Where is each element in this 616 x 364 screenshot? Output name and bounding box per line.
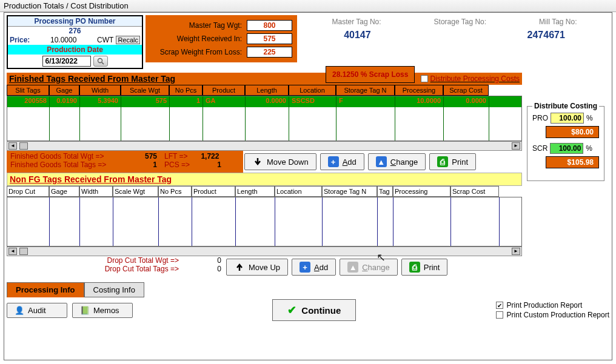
- finished-totals-panel: Finished Goods Total Wgt => 575 LFT => 1…: [7, 151, 243, 173]
- column-header[interactable]: Width: [79, 85, 121, 96]
- weight-received-label: Weight Received In:: [150, 35, 242, 43]
- column-header[interactable]: Processing: [395, 85, 443, 96]
- arrow-up-icon: [234, 262, 245, 273]
- magnifier-icon: [97, 58, 104, 65]
- cell[interactable]: F: [336, 96, 395, 107]
- column-header[interactable]: Gage: [49, 85, 79, 96]
- scroll-left-button[interactable]: ◄: [8, 248, 17, 255]
- po-panel: Processing PO Number 276 Price: 10.0000 …: [7, 15, 143, 69]
- mill-tag-no-value: 2474671: [527, 30, 565, 41]
- move-up-label: Move Up: [249, 263, 280, 272]
- add-button-2[interactable]: + Add: [292, 259, 336, 276]
- change-button[interactable]: ▲ Change: [368, 153, 426, 170]
- column-header[interactable]: Tag: [377, 186, 393, 197]
- column-header[interactable]: Length: [235, 186, 275, 197]
- cell[interactable]: 0.0000: [444, 96, 489, 107]
- cell[interactable]: 0.0190: [50, 96, 80, 107]
- column-header[interactable]: Product: [203, 85, 245, 96]
- move-down-button[interactable]: Move Down: [244, 153, 316, 170]
- scr-pct-input[interactable]: 100.00: [550, 143, 583, 154]
- date-lookup-button[interactable]: [93, 56, 108, 67]
- column-header[interactable]: Scrap Cost: [450, 186, 499, 197]
- move-up-button[interactable]: Move Up: [226, 259, 288, 276]
- cell[interactable]: 5.3940: [80, 96, 121, 107]
- column-header[interactable]: Processing: [393, 186, 450, 197]
- fg-total-wgt-label: Finished Goods Total Wgt =>: [10, 152, 126, 160]
- scroll-thumb[interactable]: [19, 142, 28, 150]
- finished-tags-header: Finished Tags Received From Master Tag D…: [7, 73, 522, 85]
- pct-label: %: [586, 114, 593, 122]
- po-number: 276: [8, 27, 142, 35]
- add-button[interactable]: + Add: [320, 153, 364, 170]
- print-button[interactable]: ⎙ Print: [429, 153, 476, 170]
- print-custom-report-label: Print Custom Production Report: [507, 311, 609, 319]
- column-header[interactable]: Gage: [49, 186, 79, 197]
- person-icon: 👤: [15, 306, 24, 315]
- price-label: Price:: [10, 36, 30, 44]
- cell[interactable]: 200558: [7, 96, 50, 107]
- column-header[interactable]: Storage Tag N: [322, 186, 377, 197]
- column-header[interactable]: Location: [289, 85, 336, 96]
- finished-tags-grid[interactable]: 2005580.01905.39405751GA0.0000SSCSDF10.0…: [7, 96, 522, 141]
- checkbox-icon: ✔: [496, 302, 503, 309]
- plus-icon: +: [300, 262, 310, 273]
- cell[interactable]: 10.0000: [395, 96, 444, 107]
- continue-button[interactable]: ✔ Continue: [272, 299, 356, 321]
- column-header[interactable]: Length: [245, 85, 289, 96]
- cell[interactable]: 1: [170, 96, 203, 107]
- fg-pcs-value: 1: [197, 160, 221, 169]
- weights-panel: Master Tag Wgt:800 Weight Received In:57…: [146, 15, 297, 62]
- column-header[interactable]: Location: [275, 186, 322, 197]
- distribute-costs-checkbox[interactable]: Distribute Processing Costs: [421, 74, 520, 83]
- column-header[interactable]: No Pcs: [158, 186, 192, 197]
- scrap-weight-label: Scrap Weight From Loss:: [150, 48, 242, 56]
- recalc-button[interactable]: Recalc: [116, 36, 140, 44]
- scroll-right-button[interactable]: ►: [512, 248, 520, 255]
- price-value: 10.0000: [32, 36, 95, 44]
- table-row[interactable]: 2005580.01905.39405751GA0.0000SSCSDF10.0…: [7, 96, 521, 107]
- print-production-report-checkbox[interactable]: ✔Print Production Report: [496, 301, 609, 309]
- column-header[interactable]: Storage Tag N: [336, 85, 395, 96]
- cell[interactable]: 575: [121, 96, 170, 107]
- column-header[interactable]: Width: [79, 186, 113, 197]
- cell[interactable]: SSCSD: [289, 96, 336, 107]
- tab-processing-info[interactable]: Processing Info: [7, 282, 84, 297]
- non-fg-grid[interactable]: [7, 197, 522, 247]
- fg-total-tags-value: 1: [133, 160, 157, 169]
- print-label: Print: [452, 157, 468, 167]
- audit-label: Audit: [28, 306, 46, 315]
- column-header[interactable]: Scrap Cost: [443, 85, 489, 96]
- column-header[interactable]: Scale Wgt: [121, 85, 169, 96]
- price-unit: CWT: [97, 36, 113, 44]
- non-fg-hscroll[interactable]: ◄ ►: [7, 247, 522, 256]
- triangle-icon: ▲: [347, 262, 358, 273]
- cell[interactable]: GA: [203, 96, 246, 107]
- master-tag-no-value: 40147: [344, 30, 371, 41]
- printer-icon: ⎙: [409, 262, 420, 273]
- audit-button[interactable]: 👤 Audit: [7, 303, 67, 318]
- scrap-loss-indicator: 28.1250 % Scrap Loss: [326, 66, 415, 83]
- print-button-2[interactable]: ⎙ Print: [401, 259, 448, 276]
- column-header[interactable]: Scale Wgt: [113, 186, 158, 197]
- scr-label: SCR: [532, 144, 547, 153]
- column-header[interactable]: Drop Cut: [7, 186, 49, 197]
- finished-tags-heading-text: Finished Tags Received From Master Tag: [9, 74, 175, 84]
- memos-button[interactable]: 📗 Memos: [72, 303, 133, 318]
- scroll-right-button[interactable]: ►: [512, 142, 520, 150]
- distribute-costs-label: Distribute Processing Costs: [430, 74, 520, 83]
- print-custom-report-checkbox[interactable]: Print Custom Production Report: [496, 311, 609, 319]
- tab-costing-info[interactable]: Costing Info: [84, 282, 144, 297]
- pro-pct-input[interactable]: 100.00: [551, 113, 584, 124]
- tag-numbers-panel: Master Tag No: Storage Tag No: Mill Tag …: [300, 15, 609, 43]
- change-label-2: Change: [362, 263, 390, 272]
- scroll-thumb[interactable]: [19, 248, 28, 255]
- column-header[interactable]: Product: [192, 186, 235, 197]
- production-date-input[interactable]: 6/13/2022: [42, 56, 91, 67]
- scroll-left-button[interactable]: ◄: [8, 142, 17, 150]
- column-header[interactable]: Slit Tags: [7, 85, 49, 96]
- finished-tags-hscroll[interactable]: ◄ ►: [7, 141, 522, 151]
- add-label-2: Add: [314, 263, 328, 272]
- cell[interactable]: 0.0000: [246, 96, 289, 107]
- column-header[interactable]: No Pcs: [169, 85, 203, 96]
- check-icon: ✔: [287, 303, 296, 317]
